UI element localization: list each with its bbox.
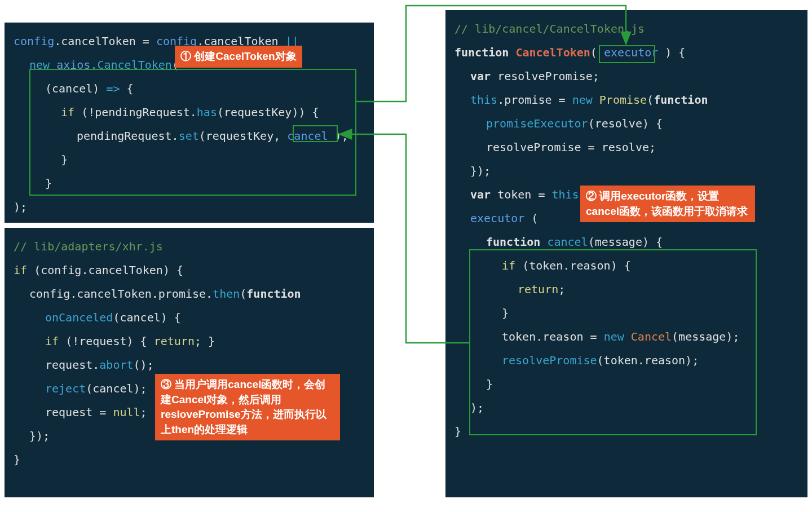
highlight-box-executor-param — [599, 45, 655, 63]
code-line: ); — [14, 195, 365, 219]
code-line: this.promise = new Promise(function — [454, 88, 798, 112]
code-line: // lib/adapters/xhr.js — [14, 235, 365, 258]
code-line: if (config.cancelToken) { — [14, 258, 365, 282]
code-line: onCanceled(cancel) { — [14, 306, 365, 329]
code-line: var resolvePromise; — [454, 64, 798, 88]
code-panel-xhr: // lib/adapters/xhr.js if (config.cancel… — [5, 228, 374, 497]
code-line: // lib/cancel/CancelToken.js — [454, 17, 798, 41]
code-line: if (!request) { return; } — [14, 329, 365, 353]
annotation-2: ② 调用executor函数，设置cancel函数，该函数用于取消请求 — [580, 186, 755, 222]
annotation-3: ③ 当用户调用cancel函数时，会创建Cancel对象，然后调用reslove… — [155, 374, 340, 440]
code-line: } — [14, 448, 365, 471]
highlight-box-cancel-function — [469, 249, 757, 435]
code-line: request.abort(); — [14, 353, 365, 377]
highlight-box-cancel-param — [293, 125, 338, 142]
code-line: promiseExecutor(resolve) { — [454, 112, 798, 135]
annotation-1: ① 创建CacelToken对象 — [175, 46, 302, 68]
code-line: }); — [454, 159, 798, 183]
code-line: config.cancelToken.promise.then(function — [14, 282, 365, 306]
code-line: resolvePromise = resolve; — [454, 135, 798, 159]
